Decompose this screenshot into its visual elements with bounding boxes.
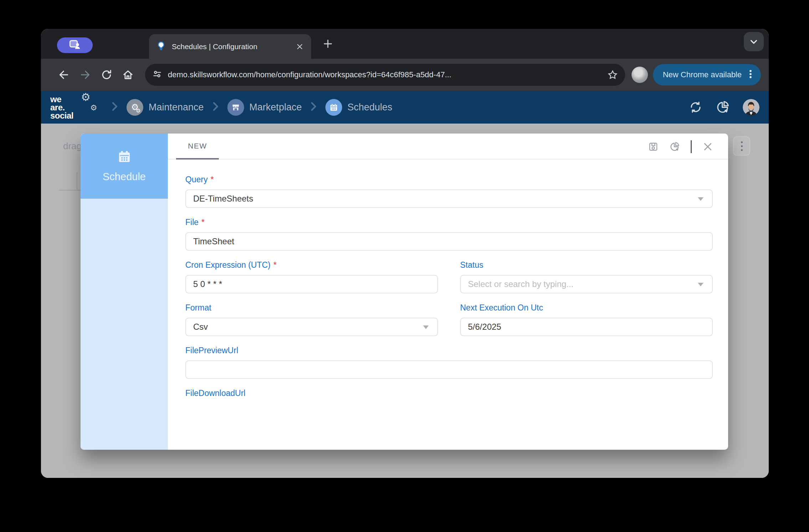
file-download-url-field-group: FileDownloadUrl bbox=[185, 388, 713, 398]
back-button[interactable] bbox=[55, 66, 73, 84]
profile-tab-group-button[interactable] bbox=[57, 37, 93, 53]
chevron-down-icon bbox=[698, 197, 704, 201]
cron-input[interactable] bbox=[185, 275, 438, 293]
status-field-group: Status Select or search by typing... bbox=[460, 260, 713, 293]
tab-new[interactable]: NEW bbox=[176, 134, 219, 160]
file-label: File* bbox=[185, 218, 713, 227]
app-header-bar: we are. social ⚙ ⚙ ⚙⚙ Maintenance bbox=[41, 91, 769, 124]
pie-chart-icon[interactable] bbox=[716, 100, 730, 114]
file-field-group: File* bbox=[185, 218, 713, 251]
modal-actions bbox=[648, 134, 713, 160]
save-button[interactable] bbox=[648, 141, 659, 152]
query-value: DE-TimeSheets bbox=[193, 194, 253, 204]
modal-sidebar-body bbox=[81, 199, 168, 450]
window-chevron-down-button[interactable] bbox=[744, 32, 764, 51]
file-preview-url-field-group: FilePreviewUrl bbox=[185, 346, 713, 379]
file-download-url-label: FileDownloadUrl bbox=[185, 388, 713, 398]
schedule-modal: Schedule NEW bbox=[81, 134, 728, 450]
status-placeholder: Select or search by typing... bbox=[468, 279, 573, 289]
drag-group-hint-text: drag bbox=[63, 141, 82, 152]
we-are-social-logo[interactable]: we are. social ⚙ ⚙ bbox=[50, 95, 103, 120]
browser-window: Schedules | Configuration bbox=[41, 29, 769, 478]
profile-card-icon bbox=[68, 39, 81, 51]
cron-label: Cron Expression (UTC)* bbox=[185, 260, 438, 270]
screenshot-canvas: Schedules | Configuration bbox=[0, 0, 809, 532]
actions-divider bbox=[691, 140, 692, 153]
next-execution-field-group: Next Execution On Utc bbox=[460, 303, 713, 336]
breadcrumb-chevron-icon bbox=[309, 101, 318, 113]
header-actions bbox=[689, 99, 759, 116]
query-select[interactable]: DE-TimeSheets bbox=[185, 189, 713, 208]
new-tab-button[interactable] bbox=[323, 38, 333, 49]
breadcrumb-item-maintenance[interactable]: ⚙⚙ Maintenance bbox=[127, 99, 204, 116]
next-execution-label: Next Execution On Utc bbox=[460, 303, 713, 313]
more-options-button[interactable] bbox=[733, 136, 750, 156]
update-chrome-button[interactable]: New Chrome available bbox=[653, 64, 761, 85]
browser-tab[interactable]: Schedules | Configuration bbox=[149, 34, 311, 59]
table-grid-line bbox=[77, 172, 77, 191]
query-field-group: Query* DE-TimeSheets bbox=[185, 175, 713, 208]
logo-line-3: social bbox=[50, 111, 103, 120]
table-grid-line bbox=[59, 190, 81, 191]
format-field-group: Format Csv bbox=[185, 303, 438, 336]
storefront-icon bbox=[227, 99, 244, 116]
query-label: Query* bbox=[185, 175, 713, 184]
format-select[interactable]: Csv bbox=[185, 318, 438, 336]
browser-profile-avatar[interactable] bbox=[632, 67, 648, 83]
calendar-icon bbox=[325, 99, 342, 116]
refresh-sync-icon[interactable] bbox=[689, 100, 703, 114]
modal-main: NEW bbox=[168, 134, 728, 450]
file-preview-url-label: FilePreviewUrl bbox=[185, 346, 713, 355]
modal-tab-bar: NEW bbox=[168, 134, 728, 160]
kebab-menu-icon[interactable] bbox=[746, 68, 755, 82]
home-button[interactable] bbox=[119, 66, 137, 84]
close-modal-button[interactable] bbox=[702, 141, 713, 152]
chevron-down-icon bbox=[698, 283, 704, 286]
file-input[interactable] bbox=[185, 232, 713, 251]
format-label: Format bbox=[185, 303, 438, 313]
modal-sidebar-title: Schedule bbox=[103, 171, 146, 183]
maintenance-gears-icon: ⚙⚙ bbox=[127, 99, 143, 116]
modal-sidebar: Schedule bbox=[81, 134, 168, 450]
site-settings-tune-icon[interactable] bbox=[152, 69, 162, 80]
status-select[interactable]: Select or search by typing... bbox=[460, 275, 713, 293]
user-avatar[interactable] bbox=[743, 99, 759, 116]
logo-gear-small-icon: ⚙ bbox=[90, 104, 97, 112]
modal-sidebar-header: Schedule bbox=[81, 134, 168, 199]
tab-close-button[interactable] bbox=[295, 42, 304, 51]
breadcrumb-label: Marketplace bbox=[249, 102, 302, 113]
chevron-down-icon bbox=[423, 325, 429, 329]
next-execution-input[interactable] bbox=[460, 318, 713, 336]
calendar-icon bbox=[117, 150, 132, 165]
breadcrumb-label: Maintenance bbox=[149, 102, 204, 113]
forward-button[interactable] bbox=[76, 66, 94, 84]
breadcrumb-label: Schedules bbox=[347, 102, 392, 113]
logo-gear-icon: ⚙ bbox=[81, 93, 90, 101]
schedule-form: Query* DE-TimeSheets File* bbox=[168, 160, 728, 408]
address-bar[interactable]: demo.skillsworkflow.com/home/configurati… bbox=[145, 64, 625, 86]
status-label: Status bbox=[460, 260, 713, 270]
tab-strip: Schedules | Configuration bbox=[41, 29, 769, 59]
breadcrumb-item-marketplace[interactable]: Marketplace bbox=[227, 99, 302, 116]
logo-line-1: we bbox=[50, 95, 103, 103]
page-content: drag bbox=[41, 124, 769, 478]
breadcrumb-item-schedules[interactable]: Schedules bbox=[325, 99, 392, 116]
file-preview-url-input[interactable] bbox=[185, 360, 713, 379]
tab-title: Schedules | Configuration bbox=[172, 42, 290, 51]
reload-button[interactable] bbox=[97, 66, 116, 84]
browser-toolbar: demo.skillsworkflow.com/home/configurati… bbox=[41, 59, 769, 91]
url-text: demo.skillsworkflow.com/home/configurati… bbox=[168, 70, 602, 79]
pie-chart-button[interactable] bbox=[669, 141, 680, 152]
breadcrumb-chevron-icon bbox=[110, 101, 119, 113]
update-chrome-label: New Chrome available bbox=[663, 70, 742, 79]
breadcrumb-chevron-icon bbox=[211, 101, 220, 113]
lightbulb-favicon-icon bbox=[156, 41, 166, 52]
format-value: Csv bbox=[193, 322, 208, 332]
cron-field-group: Cron Expression (UTC)* bbox=[185, 260, 438, 293]
bookmark-star-icon[interactable] bbox=[607, 69, 618, 80]
